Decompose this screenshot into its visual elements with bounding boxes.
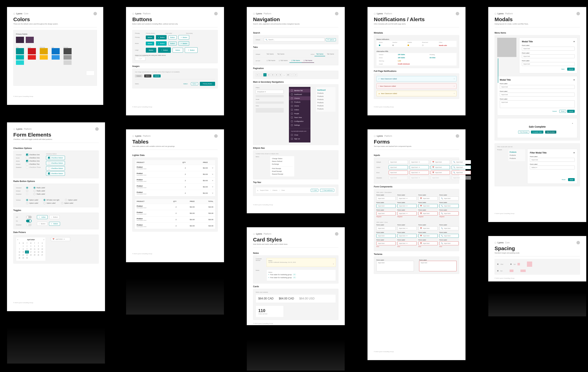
page-spacing: LyonsCore SpacingStandard margin and pad…: [488, 236, 586, 282]
primary-button[interactable]: Button: [146, 35, 154, 39]
check-icon: ✓: [378, 78, 380, 80]
chevron-left-icon[interactable]: ‹: [18, 239, 18, 241]
data-table: PRODUCTQTYPRICE ProductDescription text2…: [135, 160, 215, 196]
sidenav-header: Service Tid: [289, 89, 310, 92]
search-icon: 🔍: [453, 161, 455, 163]
close-icon[interactable]: ×: [454, 78, 455, 80]
radio[interactable]: [26, 187, 28, 189]
plus-icon: ＋: [158, 36, 159, 39]
side-nav: Service Tid Dashboard Classes Products C…: [289, 87, 310, 142]
image-placeholder: [497, 38, 516, 57]
brand: LyonsCore: [13, 12, 28, 15]
alert-error: !New Classroom Added×: [377, 83, 457, 89]
check-icon: ✓: [39, 216, 40, 218]
edit-button[interactable]: ✎Edit: [311, 189, 318, 192]
checkbox-button[interactable]: Checkbox Button: [46, 156, 65, 160]
textarea[interactable]: Input text: [377, 261, 414, 271]
text-input[interactable]: Input text: [389, 160, 408, 164]
chevron-down-icon: ▾: [333, 263, 334, 265]
chevron-down-icon: ▾: [419, 161, 420, 163]
page-title: Colors: [13, 16, 97, 22]
submit-button[interactable]: Submit: [567, 68, 575, 71]
icon-button[interactable]: ＋Button: [156, 35, 167, 40]
search-input[interactable]: 🔍Search…: [264, 38, 325, 42]
avatar[interactable]: [94, 12, 97, 15]
pencil-icon: ✎: [312, 190, 314, 191]
page-navigation: LyonsPlatform NavigationSearch, tabs, pa…: [247, 7, 345, 213]
page-modals: LyonsPlatform ModalsDialog layouts for c…: [488, 7, 586, 222]
secondary-button[interactable]: Button: [168, 35, 177, 39]
modal-filter: Filter Modal Title× Form LabelInput text…: [527, 149, 577, 184]
close-icon[interactable]: ×: [572, 122, 573, 124]
page-form-elements: LyonsPlatform Form ElementsCheckbox, rad…: [7, 122, 105, 311]
page-alerts: LyonsPlatform Notifications / AlertsInli…: [368, 7, 465, 115]
page-tables: LyonsPlatform TablesData table patterns …: [126, 129, 224, 262]
sidebar-item[interactable]: Dashboard: [289, 92, 310, 96]
checkbox[interactable]: [26, 154, 28, 156]
chevron-down-icon: [212, 168, 213, 169]
toggle[interactable]: [26, 216, 32, 219]
grid-icon: [291, 90, 293, 91]
search-icon: 🔍: [265, 39, 267, 40]
close-icon: [291, 134, 293, 136]
close-icon[interactable]: ×: [574, 40, 575, 43]
margin-icon: ⊞: [497, 263, 499, 265]
pagination: « ‹ 1 2 3 4 5 … 10 › »: [256, 73, 336, 76]
tab[interactable]: Tab Name: [265, 52, 275, 56]
chevron-right-icon[interactable]: ›: [43, 239, 44, 241]
table-row[interactable]: ProductDescription text2$10.00: [135, 165, 215, 171]
secondary-nav: Dashboard Products Products Products Pro…: [316, 87, 336, 112]
alert-info: ✓New Classroom Added×: [377, 76, 457, 82]
calendar-icon: 📅: [432, 161, 434, 163]
submit-button[interactable]: Submit: [153, 74, 161, 77]
page-buttons: LyonsPlatform Buttons Button styles and …: [126, 7, 224, 115]
page-cards: LyonsPlatform Card StylesNote blocks and…: [247, 227, 345, 325]
apply-button[interactable]: Apply: [568, 178, 575, 181]
modal-form: Modal Title× Form LabelInput text Form L…: [519, 38, 577, 73]
warning-icon: !: [378, 85, 379, 87]
alert-warning: ▲New Classroom Added×: [377, 91, 457, 96]
modal-form-large: Modal Title× Form LabelInput text Form L…: [497, 76, 577, 115]
primary-action-button[interactable]: Primary Button: [200, 82, 215, 86]
page-forms: LyonsPlatform FormsText input states and…: [368, 129, 465, 360]
note-block: Notes by Alex Hoffeneth Wednesday, Oct 2…: [266, 258, 336, 267]
date-picker[interactable]: ‹April 2019› SMTWTFS 123456 78910111213 …: [16, 237, 46, 261]
page-colors: LyonsCore Colors These are the default c…: [7, 7, 103, 105]
modal-confirm: × Sale Complete Print Receipt Complete S…: [497, 118, 577, 138]
date-input[interactable]: 📅April 2019 ▾: [51, 237, 70, 241]
calendar-icon: 📅: [52, 238, 54, 240]
cancel-button[interactable]: Cancel: [135, 74, 142, 77]
filter-icon: ⚙: [327, 39, 329, 40]
tab-icon: ◻: [266, 60, 268, 61]
home-icon[interactable]: ⌂: [257, 190, 258, 191]
signout-icon: [291, 138, 293, 140]
